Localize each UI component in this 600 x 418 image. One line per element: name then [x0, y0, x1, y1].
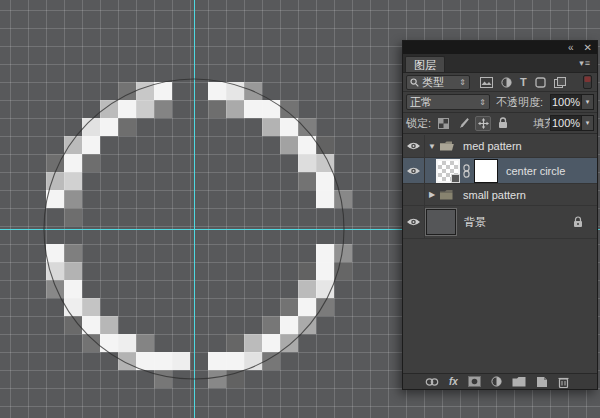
filter-pixel-layers-icon[interactable]: [480, 77, 493, 88]
photoshop-workspace: « ✕ 图层 ▾≡ 类型 ⇕ T: [0, 0, 600, 418]
layer-lock-icon: [573, 216, 583, 228]
search-icon: [410, 78, 419, 87]
fill-value[interactable]: 100%: [550, 115, 582, 131]
layer-style-icon[interactable]: fx: [449, 377, 458, 387]
eye-icon: [406, 217, 421, 227]
layer-name: med pattern: [463, 140, 522, 152]
panel-titlebar: « ✕: [403, 41, 597, 54]
layer-thumbnail[interactable]: [436, 159, 460, 183]
filter-row: 类型 ⇕ T: [403, 73, 597, 92]
layer-row-background[interactable]: 背景: [403, 206, 597, 239]
blend-mode-value: 正常: [410, 95, 432, 110]
lock-transparency-button[interactable]: [435, 116, 451, 131]
group-expander-closed[interactable]: ▶: [425, 190, 439, 199]
visibility-toggle[interactable]: [403, 158, 425, 183]
layer-list: ▼ med pattern: [403, 135, 597, 373]
opacity-dropdown-arrow-icon[interactable]: ▾: [582, 94, 594, 110]
panel-bottom-bar: fx: [403, 373, 597, 389]
panel-menu-icon[interactable]: ▾≡: [579, 58, 591, 68]
filter-type-dropdown[interactable]: 类型 ⇕: [406, 75, 470, 90]
tab-layers[interactable]: 图层: [405, 56, 445, 72]
layer-mask-thumbnail[interactable]: [474, 159, 498, 183]
filter-type-layers-icon[interactable]: T: [520, 76, 527, 88]
lock-position-button[interactable]: [475, 116, 491, 131]
chevron-updown-icon: ⇕: [479, 98, 486, 107]
layers-panel: « ✕ 图层 ▾≡ 类型 ⇕ T: [402, 40, 598, 390]
opacity-label: 不透明度:: [496, 95, 543, 110]
eye-icon: [406, 166, 421, 176]
panel-tab-row: 图层 ▾≡: [403, 54, 597, 73]
opacity-value[interactable]: 100%: [550, 94, 582, 110]
layer-row-med-pattern[interactable]: ▼ med pattern: [403, 135, 597, 158]
blend-mode-dropdown[interactable]: 正常 ⇕: [406, 94, 490, 110]
folder-open-icon: [439, 140, 455, 152]
chevron-updown-icon: ⇕: [459, 78, 466, 87]
group-expander-open[interactable]: ▼: [425, 142, 439, 151]
lock-buttons: [435, 116, 511, 131]
collapse-panel-icon[interactable]: «: [568, 43, 574, 53]
lock-pixels-button[interactable]: [455, 116, 471, 131]
layer-name: center circle: [506, 165, 565, 177]
mask-link-icon[interactable]: [462, 164, 471, 178]
background-thumbnail[interactable]: [426, 209, 456, 235]
filter-toggle-switch[interactable]: [583, 75, 592, 89]
visibility-toggle-empty[interactable]: [403, 184, 425, 205]
lock-all-button[interactable]: [495, 116, 511, 131]
link-layers-icon[interactable]: [425, 377, 439, 387]
lock-row: 锁定: 填充: 100% ▾: [403, 113, 597, 134]
layer-name: 背景: [464, 215, 486, 230]
filter-type-label: 类型: [422, 75, 444, 90]
blend-mode-row: 正常 ⇕ 不透明度: 100% ▾: [403, 92, 597, 113]
visibility-toggle[interactable]: [403, 135, 425, 157]
filter-smart-object-icon[interactable]: [554, 77, 566, 88]
new-adjustment-layer-icon[interactable]: [491, 376, 502, 387]
thumbnail-badge-icon: [451, 174, 460, 183]
lock-label: 锁定:: [406, 116, 431, 131]
layer-row-center-circle[interactable]: center circle: [403, 158, 597, 184]
new-group-icon[interactable]: [512, 376, 526, 387]
filter-icons: T: [480, 76, 566, 88]
layer-row-small-pattern[interactable]: ▶ small pattern: [403, 184, 597, 206]
visibility-toggle[interactable]: [403, 206, 425, 238]
add-mask-icon[interactable]: [468, 376, 481, 387]
layer-name: small pattern: [463, 189, 526, 201]
eye-icon: [406, 141, 421, 151]
fill-dropdown-arrow-icon[interactable]: ▾: [582, 115, 594, 131]
filter-shape-layers-icon[interactable]: [535, 77, 546, 88]
close-panel-icon[interactable]: ✕: [584, 43, 592, 53]
new-layer-icon[interactable]: [536, 376, 548, 388]
delete-layer-icon[interactable]: [558, 376, 569, 388]
folder-closed-icon: [439, 189, 455, 201]
filter-adjustment-layers-icon[interactable]: [501, 77, 512, 88]
